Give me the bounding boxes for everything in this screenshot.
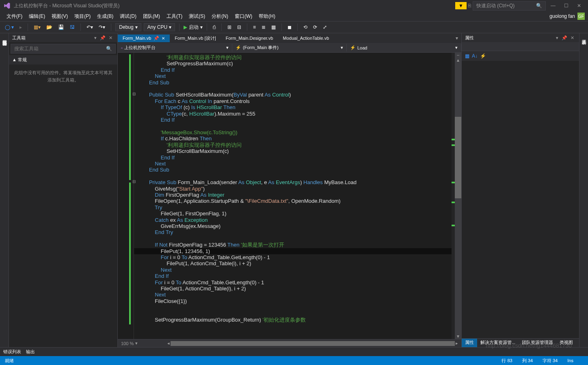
- menu-analyze[interactable]: 分析(N): [208, 12, 231, 21]
- nav-method-combo[interactable]: ⚡Load▾: [347, 44, 461, 51]
- toolbox-close-icon[interactable]: ✕: [107, 35, 114, 41]
- tab-form-main-design[interactable]: Form_Main.vb [设计]: [170, 34, 220, 43]
- user-avatar[interactable]: GF: [577, 13, 585, 20]
- maximize-button[interactable]: ☐: [560, 3, 572, 9]
- toolbox-title: 工具箱: [12, 35, 26, 41]
- menu-debug[interactable]: 调试(D): [117, 12, 140, 21]
- props-panel-tabs: 属性 解决方案资源管... 团队资源管理器 类视图: [462, 338, 579, 347]
- code-nav-bar: ▫上位机控制平台▾ ⚡(Form_Main 事件)▾ ⚡Load▾: [118, 43, 461, 53]
- tb-icon-9[interactable]: ⟳: [311, 24, 319, 31]
- titlebar: 上位机控制平台 - Microsoft Visual Studio(管理员) ▼…: [0, 0, 588, 11]
- nav-fwd-button[interactable]: ▸: [18, 24, 24, 31]
- close-button[interactable]: ✕: [573, 3, 585, 9]
- props-tab-class[interactable]: 类视图: [556, 339, 576, 347]
- props-events-icon[interactable]: ⚡: [480, 53, 486, 59]
- toolbox-dropdown-icon[interactable]: ▾: [93, 35, 98, 41]
- vertical-scrollbar[interactable]: ↔ ▴ ▾: [455, 53, 461, 339]
- tb-icon-8[interactable]: ⟲: [302, 24, 309, 31]
- tb-icon-5[interactable]: ≣: [260, 24, 267, 31]
- nav-back-button[interactable]: ◯ ▾: [3, 24, 15, 31]
- toolbox-section-general[interactable]: ▲ 常规: [9, 55, 117, 64]
- sort-icon[interactable]: A↓: [472, 53, 478, 59]
- save-icon[interactable]: 💾: [56, 24, 66, 31]
- user-name[interactable]: guolong fan: [549, 13, 575, 19]
- config-combo[interactable]: Debug▾: [115, 23, 141, 31]
- toolbox-panel: 工具箱 ▾ 📌 ✕ 🔍 ▲ 常规 此组中没有可用的控件。将某项拖至此文本可将其添…: [9, 33, 118, 347]
- feedback-icon[interactable]: ⎘: [468, 3, 471, 9]
- props-dropdown-icon[interactable]: ▾: [554, 35, 560, 41]
- new-project-icon[interactable]: ▦▾: [32, 24, 42, 31]
- menu-team[interactable]: 团队(M): [140, 12, 163, 21]
- bottom-panel-tabs: 错误列表 输出: [0, 347, 588, 356]
- undo-icon[interactable]: ↶▾: [85, 24, 95, 31]
- search-icon: 🔍: [106, 46, 112, 52]
- status-char: 字符 34: [543, 358, 558, 364]
- document-tabs: Form_Main.vb📌✕ Form_Main.vb [设计] Form_Ma…: [118, 33, 461, 43]
- menu-help[interactable]: 帮助(H): [255, 12, 279, 21]
- nav-project-combo[interactable]: ▫上位机控制平台▾: [118, 44, 232, 52]
- zoom-bar: 100 %▾ ◂ ▸: [118, 339, 461, 347]
- zoom-level[interactable]: 100 %: [121, 341, 134, 346]
- editor-area: Form_Main.vb📌✕ Form_Main.vb [设计] Form_Ma…: [118, 33, 461, 347]
- pin-icon[interactable]: 📌: [153, 36, 159, 41]
- menu-project[interactable]: 项目(P): [71, 12, 94, 21]
- tab-form-main-vb[interactable]: Form_Main.vb📌✕: [118, 34, 170, 42]
- menu-build[interactable]: 生成(B): [94, 12, 117, 21]
- toolbox-search[interactable]: 🔍: [11, 44, 116, 54]
- main-toolbar: ◯ ▾ ▸ ▦▾ 📂 💾 🖫 ↶▾ ↷▾ Debug▾ Any CPU▾ ▶启动…: [0, 21, 588, 33]
- props-tab-team[interactable]: 团队资源管理器: [519, 339, 556, 347]
- status-ready: 就绪: [5, 358, 14, 364]
- save-all-icon[interactable]: 🖫: [68, 24, 76, 31]
- tb-icon-6[interactable]: ▦: [270, 24, 277, 31]
- redo-icon[interactable]: ↷▾: [97, 24, 107, 31]
- search-icon: 🔍: [536, 3, 542, 9]
- open-icon[interactable]: 📂: [45, 24, 54, 31]
- menu-view[interactable]: 视图(V): [48, 12, 71, 21]
- overview-ruler[interactable]: [452, 53, 455, 339]
- statusbar: 就绪 行 83 列 34 字符 34 Ins: [0, 356, 588, 365]
- code-editor[interactable]: ⊟ ⊟ '利用递归实现容器子控件的访问 SetProgressBarMaximu…: [118, 53, 461, 339]
- minimize-button[interactable]: —: [547, 3, 559, 9]
- quick-launch-input[interactable]: 快速启动 (Ctrl+Q) 🔍: [473, 1, 546, 11]
- menu-window[interactable]: 窗口(W): [231, 12, 255, 21]
- properties-title: 属性: [465, 35, 474, 41]
- vs-logo-icon: [3, 2, 11, 9]
- props-tab-properties[interactable]: 属性: [462, 339, 477, 347]
- props-toolbar: ▦ A↓ ⚡: [462, 51, 579, 61]
- props-close-icon[interactable]: ✕: [569, 35, 576, 41]
- tb-icon-4[interactable]: ≡: [251, 24, 257, 31]
- platform-combo[interactable]: Any CPU▾: [144, 23, 175, 31]
- properties-panel: 属性 ▾ 📌 ✕ ▦ A↓ ⚡ 属性 解决方案资源管... 团队资源管理器 类视…: [461, 33, 579, 347]
- menu-edit[interactable]: 编辑(E): [26, 12, 48, 21]
- tab-modual-actiontable[interactable]: Modual_ActionTable.vb: [278, 34, 334, 42]
- side-tab-diagnostics[interactable]: 诊断工具: [579, 33, 588, 347]
- bottom-tab-errors[interactable]: 错误列表: [3, 349, 21, 355]
- side-tab-datasource[interactable]: 数据源 服务器资源管理器: [0, 33, 9, 347]
- notification-flag-icon[interactable]: ▼: [455, 2, 467, 9]
- props-tab-solution[interactable]: 解决方案资源管...: [477, 339, 519, 347]
- nav-class-combo[interactable]: ⚡(Form_Main 事件)▾: [232, 44, 347, 52]
- h-scroll-right[interactable]: ▸: [456, 341, 458, 346]
- tb-icon-3[interactable]: ⊟: [236, 24, 243, 31]
- tabs-dropdown-icon[interactable]: ▾: [452, 35, 461, 41]
- menu-test[interactable]: 测试(S): [186, 12, 208, 21]
- props-pin-icon[interactable]: 📌: [560, 35, 569, 41]
- tb-icon-1[interactable]: ⎙: [211, 24, 217, 31]
- tb-icon-7[interactable]: ◼: [286, 24, 293, 31]
- h-scroll-left[interactable]: ◂: [167, 341, 170, 346]
- tb-icon-2[interactable]: ⊞: [226, 24, 233, 31]
- horizontal-scrollbar[interactable]: [171, 341, 455, 346]
- categorize-icon[interactable]: ▦: [465, 53, 469, 59]
- status-ins: Ins: [567, 358, 573, 363]
- tab-form-main-designer[interactable]: Form_Main.Designer.vb: [221, 34, 278, 42]
- menubar: 文件(F) 编辑(E) 视图(V) 项目(P) 生成(B) 调试(D) 团队(M…: [0, 11, 588, 21]
- menu-tools[interactable]: 工具(T): [163, 12, 186, 21]
- code-gutter[interactable]: ⊟ ⊟: [118, 53, 134, 339]
- start-debug-button[interactable]: ▶启动▾: [184, 24, 203, 31]
- props-object-combo[interactable]: [462, 42, 579, 51]
- tb-icon-10[interactable]: ⤢: [321, 24, 329, 31]
- toolbox-pin-icon[interactable]: 📌: [98, 35, 107, 41]
- close-icon[interactable]: ✕: [162, 36, 165, 41]
- bottom-tab-output[interactable]: 输出: [26, 349, 35, 355]
- menu-file[interactable]: 文件(F): [3, 12, 26, 21]
